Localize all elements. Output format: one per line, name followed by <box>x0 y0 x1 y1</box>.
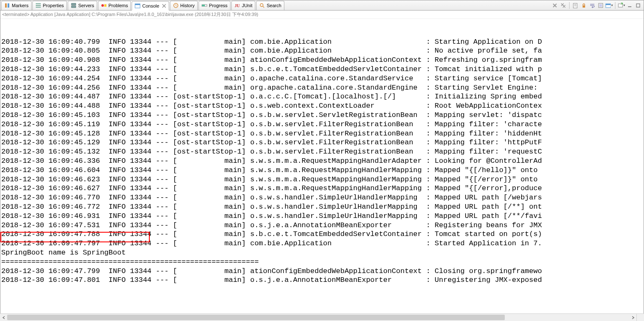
log-line: 2018-12-30 16:09:45.103 INFO 13344 --- [… <box>1 111 643 120</box>
clear-console-button[interactable] <box>572 2 579 9</box>
log-line: 2018-12-30 16:09:46.604 INFO 13344 --- [… <box>1 166 643 175</box>
svg-rect-29 <box>599 4 602 7</box>
svg-rect-0 <box>5 3 7 8</box>
log-line: 2018-12-30 16:09:44.488 INFO 13344 --- [… <box>1 101 643 111</box>
svg-rect-34 <box>636 4 640 7</box>
open-console-button[interactable]: ▾ <box>617 2 625 9</box>
svg-rect-4 <box>36 7 41 8</box>
svg-rect-27 <box>583 5 585 8</box>
remove-launch-button[interactable] <box>551 2 559 9</box>
tab-bar: Markers Properties Servers Problems Cons… <box>0 0 644 11</box>
console-output[interactable]: 2018-12-30 16:09:40.799 INFO 13344 --- [… <box>0 19 644 313</box>
svg-rect-32 <box>618 4 623 7</box>
svg-point-7 <box>101 4 104 7</box>
svg-rect-3 <box>36 5 41 6</box>
log-line: 2018-12-30 16:09:44.256 INFO 13344 --- [… <box>1 83 643 93</box>
search-icon <box>259 3 265 8</box>
log-line: 2018-12-30 16:09:40.908 INFO 13344 --- [… <box>1 56 643 65</box>
svg-rect-15 <box>202 5 205 6</box>
svg-rect-5 <box>72 3 76 5</box>
console-toolbar: ▾ ▾ <box>551 2 644 9</box>
log-line: 2018-12-30 16:09:47.797 INFO 13344 --- [… <box>1 239 643 248</box>
tab-label: JUnit <box>242 3 252 8</box>
log-line: 2018-12-30 16:09:47.788 INFO 13344 --- [… <box>1 230 643 239</box>
log-line: 2018-12-30 16:09:46.772 INFO 13344 --- [… <box>1 202 643 212</box>
tab-label: Properties <box>43 3 64 8</box>
display-selected-console-button[interactable]: ▾ <box>605 2 613 9</box>
markers-icon <box>4 3 10 8</box>
svg-rect-1 <box>8 3 9 8</box>
tab-label: Problems <box>109 3 128 8</box>
svg-rect-6 <box>72 6 76 8</box>
remove-all-button[interactable] <box>559 2 567 9</box>
progress-icon <box>201 3 207 8</box>
log-line: 2018-12-30 16:09:47.531 INFO 13344 --- [… <box>1 221 643 230</box>
log-line: 2018-12-30 16:09:47.801 INFO 13344 --- [… <box>1 276 643 285</box>
maximize-button[interactable] <box>634 2 642 9</box>
toolbar-separator <box>615 2 615 9</box>
log-line: SpringBoot name is SpringBoot <box>1 248 643 257</box>
log-line: 2018-12-30 16:09:46.627 INFO 13344 --- [… <box>1 184 643 193</box>
servers-icon <box>71 3 77 8</box>
tab-label: Search <box>267 3 281 8</box>
log-line: 2018-12-30 16:09:46.931 INFO 13344 --- [… <box>1 212 643 221</box>
tab-servers[interactable]: Servers <box>68 1 97 10</box>
log-line: 2018-12-30 16:09:45.132 INFO 13344 --- [… <box>1 147 643 157</box>
log-line: 2018-12-30 16:09:47.799 INFO 13344 --- [… <box>1 267 643 276</box>
status-text: <terminated> Application [Java Applicati… <box>2 11 258 18</box>
tab-properties[interactable]: Properties <box>32 1 67 10</box>
console-icon <box>135 3 140 9</box>
minimize-button[interactable] <box>626 2 633 9</box>
log-line: 2018-12-30 16:09:40.805 INFO 13344 --- [… <box>1 46 643 56</box>
log-line: 2018-12-30 16:09:45.128 INFO 13344 --- [… <box>1 129 643 138</box>
tab-label: History <box>180 3 195 8</box>
scroll-lock-button[interactable] <box>580 2 588 9</box>
scroll-right-arrow[interactable] <box>629 314 636 321</box>
history-icon <box>173 3 179 8</box>
svg-rect-2 <box>36 3 41 4</box>
launch-status: <terminated> Application [Java Applicati… <box>0 11 644 19</box>
horizontal-scrollbar[interactable] <box>0 313 636 321</box>
word-wrap-button[interactable] <box>588 2 596 9</box>
tab-problems[interactable]: Problems <box>98 1 131 10</box>
tab-label: Servers <box>78 3 94 8</box>
properties-icon <box>35 3 41 8</box>
log-line: 2018-12-30 16:09:40.799 INFO 13344 --- [… <box>1 37 643 47</box>
problems-icon <box>101 3 107 8</box>
svg-rect-8 <box>104 4 106 7</box>
svg-point-16 <box>260 4 263 7</box>
tab-progress[interactable]: Progress <box>199 1 231 10</box>
svg-rect-33 <box>628 6 631 7</box>
toolbar-separator <box>569 2 570 9</box>
tab-junit[interactable]: JU JUnit <box>231 1 255 10</box>
tab-search[interactable]: Search <box>256 1 284 10</box>
tab-console[interactable]: Console <box>132 1 169 11</box>
tab-label: Progress <box>209 3 228 8</box>
scrollbar-corner <box>636 313 644 321</box>
log-line: 2018-12-30 16:09:44.487 INFO 13344 --- [… <box>1 92 643 101</box>
svg-rect-31 <box>606 4 611 5</box>
svg-line-17 <box>263 6 264 8</box>
tab-history[interactable]: History <box>170 1 198 10</box>
scrollbar-thumb[interactable] <box>7 315 505 320</box>
junit-icon: JU <box>234 3 240 8</box>
tab-markers[interactable]: Markers <box>1 1 32 10</box>
log-line: 2018-12-30 16:09:45.129 INFO 13344 --- [… <box>1 138 643 147</box>
log-line: ========================================… <box>1 257 643 267</box>
log-line: 2018-12-30 16:09:44.233 INFO 13344 --- [… <box>1 65 643 74</box>
log-line: 2018-12-30 16:09:46.623 INFO 13344 --- [… <box>1 175 643 184</box>
log-line: 2018-12-30 16:09:45.119 INFO 13344 --- [… <box>1 120 643 129</box>
close-icon[interactable] <box>162 4 166 8</box>
log-line: 2018-12-30 16:09:46.336 INFO 13344 --- [… <box>1 157 643 166</box>
scrollbar-track[interactable] <box>7 314 629 321</box>
log-line: 2018-12-30 16:09:46.770 INFO 13344 --- [… <box>1 193 643 202</box>
tab-label: Console <box>142 3 159 8</box>
scroll-left-arrow[interactable] <box>0 314 7 321</box>
svg-rect-10 <box>135 4 140 5</box>
tab-label: Markers <box>12 3 29 8</box>
pin-console-button[interactable] <box>597 2 604 9</box>
log-line: 2018-12-30 16:09:44.254 INFO 13344 --- [… <box>1 74 643 83</box>
